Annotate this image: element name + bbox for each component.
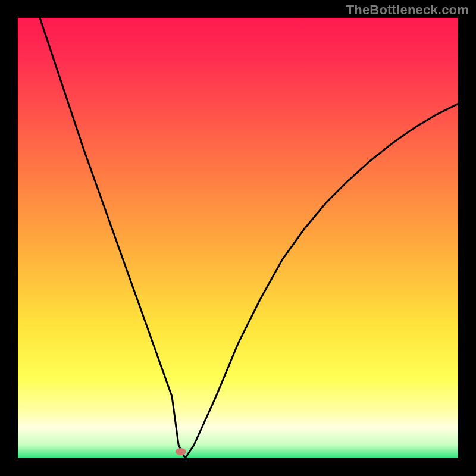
chart-frame: TheBottleneck.com	[0, 0, 476, 476]
bottleneck-chart	[0, 0, 476, 476]
watermark-text: TheBottleneck.com	[346, 2, 469, 18]
sweet-spot-marker	[176, 448, 186, 455]
plot-background	[18, 18, 458, 458]
